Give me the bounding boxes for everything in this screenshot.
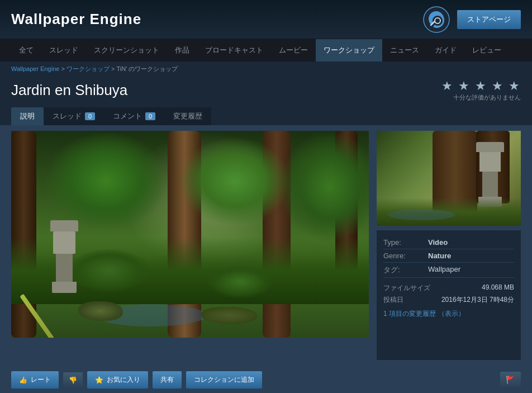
tab-comment-label: コメント <box>113 111 142 121</box>
store-page-button[interactable]: ストアページ <box>457 10 521 29</box>
posted-label: 投稿日 <box>383 295 403 305</box>
tag-label: タグ: <box>383 265 428 275</box>
rate-up-button[interactable]: 👍 レート <box>11 371 59 389</box>
breadcrumb-sep1: > <box>61 65 66 72</box>
tab-thread-badge: 0 <box>85 112 95 120</box>
favorite-button[interactable]: ⭐ お気に入り <box>87 371 148 389</box>
tag-row: タグ: Wallpaper <box>383 263 514 277</box>
thumbnail-strip: Type: Video Genre: Nature タグ: Wallpaper … <box>377 131 521 360</box>
nav-item-screenshot[interactable]: スクリーンショット <box>86 39 167 61</box>
nav-item-works[interactable]: 作品 <box>167 39 197 61</box>
changelog-row: 1 項目の変更履歴 （表示） <box>383 309 514 319</box>
tab-description[interactable]: 説明 <box>11 107 44 125</box>
page-header: Jardin en Shibuya ★ ★ ★ ★ ★ 十分な評価がありません <box>0 77 532 107</box>
breadcrumb-app[interactable]: Wallpaper Engine <box>11 65 59 72</box>
genre-row: Genre: Nature <box>383 249 514 263</box>
app-title: Wallpaper Engine <box>11 11 141 28</box>
rate-up-label: レート <box>31 375 51 385</box>
nav-item-review[interactable]: レビュー <box>464 39 509 61</box>
file-size-value: 49.068 MB <box>482 283 514 293</box>
nav-item-thread[interactable]: スレッド <box>41 39 86 61</box>
rate-down-button[interactable]: 👎 <box>63 372 83 388</box>
main-image-area <box>11 131 369 360</box>
genre-value: Nature <box>428 252 451 260</box>
star-2-icon: ★ <box>458 79 471 93</box>
breadcrumb-workshop[interactable]: ワークショップ <box>66 65 110 72</box>
header-right: ストアページ <box>422 6 521 34</box>
star-rating: ★ ★ ★ ★ ★ <box>441 79 521 93</box>
breadcrumb: Wallpaper Engine > ワークショップ > TiN' のワークショ… <box>0 61 532 77</box>
tab-comment-badge: 0 <box>145 112 155 120</box>
flag-button[interactable]: 🚩 <box>500 372 521 388</box>
nav-bar: 全て スレッド スクリーンショット 作品 ブロードキャスト ムービー ワークショ… <box>0 39 532 61</box>
tab-comment[interactable]: コメント 0 <box>104 107 164 125</box>
star-1-icon: ★ <box>441 79 454 93</box>
thumbnail-image[interactable] <box>377 131 521 226</box>
share-label: 共有 <box>160 375 174 385</box>
favorite-label: お気に入り <box>107 375 140 385</box>
nav-item-broadcast[interactable]: ブロードキャスト <box>197 39 271 61</box>
steam-logo-icon <box>422 6 450 34</box>
file-info: ファイルサイズ 49.068 MB 投稿日 2016年12月3日 7時48分 1… <box>383 277 514 321</box>
stars-area: ★ ★ ★ ★ ★ 十分な評価がありません <box>441 79 521 102</box>
breadcrumb-user: > TiN' のワークショップ <box>111 65 178 72</box>
app-header: Wallpaper Engine ストアページ <box>0 0 532 39</box>
nav-item-movies[interactable]: ムービー <box>271 39 316 61</box>
star-3-icon: ★ <box>475 79 487 93</box>
add-collection-button[interactable]: コレクションに追加 <box>186 371 262 389</box>
changelog-show[interactable]: （表示） <box>438 310 465 318</box>
star-icon: ⭐ <box>95 376 103 384</box>
info-panel: Type: Video Genre: Nature タグ: Wallpaper … <box>377 230 521 360</box>
content-tabs: 説明 スレッド 0 コメント 0 変更履歴 <box>0 107 532 125</box>
tab-changelog-label: 変更履歴 <box>173 111 202 121</box>
nav-item-news[interactable]: ニュース <box>382 39 427 61</box>
svg-point-0 <box>424 7 449 32</box>
tab-description-label: 説明 <box>20 111 35 121</box>
add-collection-label: コレクションに追加 <box>194 375 254 385</box>
changelog-link[interactable]: 1 項目の変更履歴 <box>383 310 436 318</box>
star-4-icon: ★ <box>492 79 504 93</box>
share-button[interactable]: 共有 <box>153 371 182 389</box>
genre-label: Genre: <box>383 252 428 260</box>
tab-thread-label: スレッド <box>53 111 82 121</box>
type-value: Video <box>428 238 448 247</box>
type-row: Type: Video <box>383 236 514 249</box>
main-image[interactable] <box>11 131 369 338</box>
file-size-label: ファイルサイズ <box>383 283 430 293</box>
tab-thread[interactable]: スレッド 0 <box>44 107 104 125</box>
star-5-icon: ★ <box>509 79 521 93</box>
tab-changelog[interactable]: 変更履歴 <box>164 107 211 125</box>
type-label: Type: <box>383 238 428 247</box>
garden-scene <box>11 131 369 338</box>
page-title: Jardin en Shibuya <box>11 82 127 99</box>
nav-item-guide[interactable]: ガイド <box>427 39 464 61</box>
posted-value: 2016年12月3日 7時48分 <box>441 295 514 305</box>
thumbs-up-icon: 👍 <box>19 376 27 384</box>
stars-label: 十分な評価がありません <box>441 93 521 102</box>
posted-row: 投稿日 2016年12月3日 7時48分 <box>383 294 514 306</box>
flag-icon: 🚩 <box>506 376 515 384</box>
nav-item-workshop[interactable]: ワークショップ <box>316 39 382 61</box>
main-content: Type: Video Genre: Nature タグ: Wallpaper … <box>0 125 532 366</box>
nav-item-all[interactable]: 全て <box>11 39 41 61</box>
file-size-row: ファイルサイズ 49.068 MB <box>383 282 514 294</box>
action-bar: 👍 レート 👎 ⭐ お気に入り 共有 コレクションに追加 🚩 <box>0 366 532 393</box>
tag-value: Wallpaper <box>428 265 460 275</box>
thumbs-down-icon: 👎 <box>69 376 77 384</box>
